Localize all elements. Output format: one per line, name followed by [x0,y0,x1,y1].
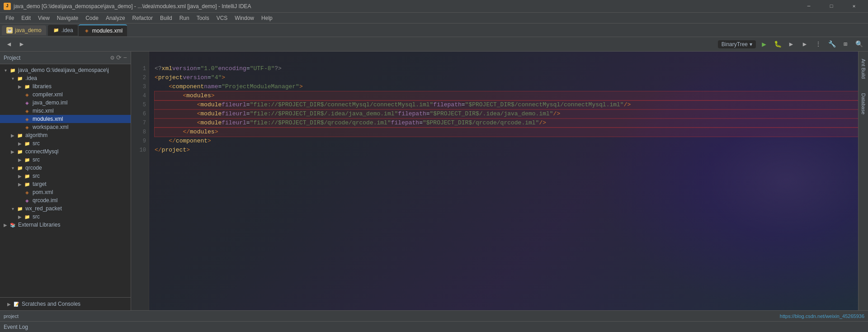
scratches-icon: 📝 [13,300,20,308]
compiler-xml-icon: ◈ [24,91,31,98]
sidebar-bottom: ▶ 📝 Scratches and Consoles [0,297,131,310]
sidebar-item-java-demo[interactable]: ▾ 📁 java_demo G:\idea\java_demospace\j [0,66,131,74]
code-line-7: <module fileurl="file://$PROJECT_DIR$/qr… [155,119,863,128]
code-line-9: </component> [155,137,863,146]
maximize-button[interactable]: □ [821,0,842,13]
sidebar-item-connectmysql[interactable]: ▶ 📁 connectMysql [0,147,131,156]
sidebar-item-qr-target[interactable]: ▶ 📁 target [0,180,131,188]
xml-eq-6b: = [426,109,430,119]
project-tab[interactable]: ☕ java_demo [2,25,46,35]
xml-eq-5b: = [462,100,465,109]
minimize-button[interactable]: ─ [798,0,819,13]
menu-item-vcs[interactable]: VCS [213,14,231,22]
menu-item-navigate[interactable]: Navigate [53,14,82,22]
ant-build-tab[interactable]: Ant Build [860,55,867,82]
qrcode-folder-icon: 📁 [16,164,24,171]
project-tab-icon: ☕ [6,27,13,33]
xml-indent-9 [155,137,169,146]
nav-back-button[interactable]: ◀ [4,39,14,50]
nav-forward-button[interactable]: ▶ [16,39,27,50]
nav-left: ◀ ▶ [4,39,27,50]
idea-tab[interactable]: 📁 .idea [48,25,78,36]
line-num-6: 6 [131,109,146,119]
xml-bracket-5b: /> [624,100,631,109]
sidebar-item-idea[interactable]: ▾ 📁 .idea [0,74,131,82]
profile-button[interactable]: ▶ [799,39,810,50]
sidebar-item-compiler-xml[interactable]: ◈ compiler.xml [0,90,131,99]
xml-bracket-5: < [197,100,201,109]
menu-item-analyze[interactable]: Analyze [102,14,129,22]
app-icon: J [4,3,11,10]
code-line-4: <modules> [155,91,863,100]
sidebar-item-modules-xml[interactable]: ◈ modules.xml [0,115,131,123]
sidebar-item-qrcode-iml[interactable]: ◈ qrcode.iml [0,196,131,204]
menu-item-file[interactable]: File [2,14,18,22]
database-tab[interactable]: Database [860,90,867,118]
menu-item-tools[interactable]: Tools [193,14,213,22]
xml-val-fileurl-1: "file://$PROJECT_DIR$/connectMysql/conne… [250,100,434,109]
sidebar-item-qr-src[interactable]: ▶ 📁 src [0,172,131,180]
menu-item-help[interactable]: Help [258,14,276,22]
sidebar-item-workspace-xml[interactable]: ◈ workspace.xml [0,123,131,131]
menu-item-refactor[interactable]: Refactor [129,14,156,22]
sidebar-item-cm-src-label: src [33,157,40,163]
scratches-consoles-item[interactable]: ▶ 📝 Scratches and Consoles [4,299,127,308]
menu-item-window[interactable]: Window [231,14,258,22]
sidebar-settings-icon[interactable]: ⚙ [110,54,114,62]
xml-proc-open: <? [155,64,162,73]
search-everywhere-button[interactable]: 🔍 [854,39,864,50]
tools-button[interactable]: 🔧 [826,39,837,50]
xml-eq-3: = [208,73,211,82]
sidebar-item-wx-src[interactable]: ▶ 📁 src [0,213,131,221]
sidebar-item-algorithm[interactable]: ▶ 📁 algorithm [0,131,131,139]
xml-indent-6 [155,109,197,119]
editor-area: 1 2 3 4 5 6 7 8 9 10 <?xml version=" [131,52,868,310]
expand-arrow-icon: ▶ [9,149,16,154]
sidebar-item-qrcode[interactable]: ▾ 📁 qrcode [0,164,131,172]
run-button[interactable]: ▶ [759,39,769,50]
sidebar-item-algorithm-label: algorithm [25,132,47,138]
sidebar-title: Project [4,55,20,61]
menu-item-code[interactable]: Code [82,14,102,22]
xml-attr-filepath-3: filepath [391,119,419,128]
menu-item-run[interactable]: Run [176,14,193,22]
code-content: 1 2 3 4 5 6 7 8 9 10 <?xml version=" [131,52,868,310]
run-config-dropdown[interactable]: BinaryTree ▾ [718,40,756,48]
menu-item-edit[interactable]: Edit [18,14,34,22]
sidebar-item-wx-red-packet[interactable]: ▾ 📁 wx_red_packet [0,204,131,213]
code-editor[interactable]: <?xml version="1.0" encoding="UTF-8" ?> … [149,52,868,310]
sidebar-item-label: java_demo G:\idea\java_demospace\j [18,67,109,73]
sidebar-item-pom-xml[interactable]: ◈ pom.xml [0,188,131,196]
xml-bracket-8: </ [183,128,190,137]
more-run-button[interactable]: ⋮ [813,39,824,50]
sidebar-item-connectmysql-label: connectMysql [25,148,58,155]
status-bar: project https://blog.csdn.net/weixin_452… [0,310,868,321]
xml-indent-5 [155,100,197,109]
project-folder-icon: 📁 [9,66,16,74]
sidebar-item-qrcode-label: qrcode [25,165,42,171]
menu-item-view[interactable]: View [34,14,53,22]
xml-bracket-6: < [197,109,201,119]
sidebar-item-libraries[interactable]: ▶ 📁 libraries [0,82,131,90]
status-url: https://blog.csdn.net/weixin_45265936 [780,313,864,319]
sidebar-item-cm-src[interactable]: ▶ 📁 src [0,156,131,164]
expand-arrow-icon: ▶ [16,84,24,89]
sidebar-item-misc-xml[interactable]: ◈ misc.xml [0,107,131,115]
coverage-button[interactable]: ▶ [786,39,797,50]
debug-button[interactable]: 🐛 [772,39,783,50]
xml-bracket-2: < [155,73,158,82]
code-line-8: </modules> [155,128,863,137]
status-right: https://blog.csdn.net/weixin_45265936 [780,313,864,319]
sidebar-item-algo-src[interactable]: ▶ 📁 src [0,139,131,147]
sidebar-sync-icon[interactable]: ⟳ [116,54,122,62]
sidebar-item-external-libs[interactable]: ▶ 📚 External Libraries [0,221,131,229]
close-button[interactable]: ✕ [844,0,864,13]
layout-button[interactable]: ⊞ [840,39,851,50]
menu-item-build[interactable]: Build [156,14,176,22]
event-log-label[interactable]: Event Log [4,324,28,330]
sidebar-collapse-icon[interactable]: − [123,54,127,62]
sidebar-item-java-demo-iml[interactable]: ◈ java_demo.iml [0,99,131,107]
modules-xml-tab[interactable]: ◈ modules.xml [79,24,127,36]
expand-arrow-icon: ▾ [9,166,16,171]
sidebar-item-java-demo-iml-label: java_demo.iml [33,100,67,106]
